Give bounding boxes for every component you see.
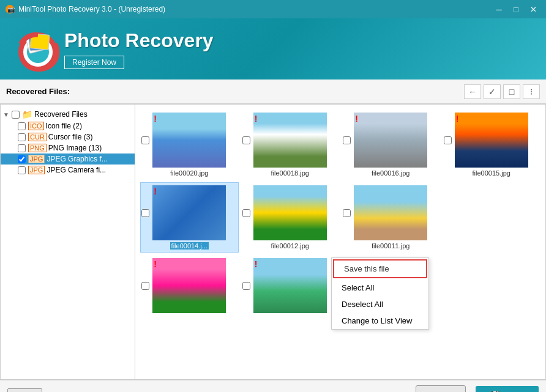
folder-icon: 📁 [22,109,32,119]
thumb-wrapper-file00018: ! [253,113,327,168]
title-bar-text: MiniTool Photo Recovery 3.0 - (Unregiste… [18,5,491,13]
warning-icon-file00020: ! [154,114,157,124]
back-button[interactable]: ← Back [416,385,466,392]
thumb-checkbox-file00016[interactable] [343,136,351,144]
thumb-wrapper-file00010: ! [152,258,226,313]
svg-text:📷: 📷 [7,6,15,13]
close-button[interactable]: ✕ [525,3,541,15]
warning-icon-file00014: ! [154,187,157,196]
thumb-checkbox-file00010[interactable] [141,282,149,290]
thumb-wrapper-file00020: ! [152,113,226,168]
thumb-label-file00020: file00020.jpg [170,169,208,177]
app-header: Photo Recovery Register Now [0,18,546,80]
expand-arrow-icon: ▼ [3,111,12,118]
view-square-button[interactable]: □ [503,84,520,99]
thumb-img-file00018 [253,113,327,168]
tree-item-label-icon: Icon file (2) [46,122,82,130]
tree-checkbox-root[interactable] [12,111,20,119]
thumb-checkbox-file00011[interactable] [343,209,351,217]
tree-checkbox-jpeg-camera[interactable] [18,166,26,174]
thumb-label-file00018: file00018.jpg [271,169,309,177]
warning-icon-file00016: ! [355,114,358,124]
thumbnail-item-file00015[interactable]: ! file00015.jpg [443,109,541,180]
thumb-label-file00016: file00016.jpg [372,169,410,177]
tree-item-label-cursor: Cursor file (3) [48,133,93,141]
footer-right: Selected 0 B in 0 files. ← Back 💾 Save [333,385,539,392]
window-controls: ─ □ ✕ [491,3,541,15]
tree-item-jpeg-graphics[interactable]: JPG JPEG Graphics f... [1,153,135,165]
thumbnail-content-area[interactable]: ! file00020.jpg ! file00018.jpg [135,105,545,379]
tree-item-jpeg-camera[interactable]: JPG JPEG Camera fi... [1,165,135,176]
thumbnail-item-file00011[interactable]: file00011.jpg [342,182,440,253]
warning-icon-file00010: ! [154,259,157,269]
thumb-img-file00016 [354,113,427,168]
thumbnail-item-file00018[interactable]: ! file00018.jpg [241,109,340,180]
png-icon: PNG [28,144,47,152]
thumb-checkbox-file00014[interactable] [141,209,149,217]
thumb-checkbox-file00009[interactable] [242,282,250,290]
thumbnail-item-file00010[interactable]: ! [140,255,239,318]
save-button[interactable]: 💾 Save [476,386,539,393]
warning-icon-file00009: ! [255,259,258,269]
context-menu: Save this file Select All Deselect All C… [331,257,429,330]
jpeg-camera-icon: JPG [28,166,45,174]
context-menu-save-file[interactable]: Save this file [333,259,427,278]
context-menu-select-all[interactable]: Select All [332,279,428,296]
thumb-wrapper-file00016: ! [354,113,427,168]
thumb-wrapper-file00012 [253,185,327,240]
title-bar: 📷 MiniTool Photo Recovery 3.0 - (Unregis… [0,0,546,18]
thumb-img-file00020 [152,113,226,168]
tree-item-recovered-root[interactable]: ▼ 📁 Recovered Files [1,108,135,120]
tree-checkbox-png[interactable] [18,144,26,152]
thumb-wrapper-file00009: ! [253,258,327,313]
tree-item-png[interactable]: PNG PNG Image (13) [1,142,135,153]
tree-checkbox-jpeg-graphics[interactable] [18,155,26,163]
main-content: ▼ 📁 Recovered Files ICO Icon file (2) CU… [0,104,546,380]
main-toolbar: Recovered Files: ← ✓ □ ⁝ [0,80,546,104]
tree-item-icon-file[interactable]: ICO Icon file (2) [1,120,135,131]
thumb-checkbox-file00012[interactable] [242,209,250,217]
check-button[interactable]: ✓ [484,84,501,99]
thumb-img-file00009 [253,258,327,313]
thumb-label-file00012: file00012.jpg [271,242,309,250]
thumb-img-file00011 [354,185,427,240]
thumb-img-file00015 [455,113,528,168]
maximize-button[interactable]: □ [508,3,524,15]
tree-item-cursor-file[interactable]: CUR Cursor file (3) [1,131,135,142]
thumbnail-item-file00020[interactable]: ! file00020.jpg [140,109,239,180]
minimize-button[interactable]: ─ [491,3,507,15]
thumb-checkbox-file00020[interactable] [141,136,149,144]
tree-checkbox-cursor[interactable] [18,133,26,141]
back-nav-button[interactable]: ← [464,84,481,99]
register-button[interactable]: Register Now [64,56,124,69]
tree-item-label-root: Recovered Files [34,110,88,119]
thumb-wrapper-file00014: ! [152,185,226,240]
thumb-img-file00014 [152,185,226,240]
toolbar-actions: ← ✓ □ ⁝ [464,84,540,99]
app-title: Photo Recovery [64,29,214,52]
header-text-block: Photo Recovery Register Now [64,29,214,69]
tree-checkbox-icon[interactable] [18,122,26,130]
app-footer: Filter Total 20.83 MB in 39 files. Selec… [0,380,546,392]
thumbnail-item-file00012[interactable]: file00012.jpg [241,182,340,253]
thumbnail-item-file00014[interactable]: ! file00014.j... [140,182,239,253]
grid-view-button[interactable]: ⁝ [523,84,540,99]
filter-button[interactable]: Filter [7,388,42,393]
thumb-label-file00015: file00015.jpg [473,169,510,177]
thumbnail-item-file00009[interactable]: ! [241,255,340,318]
tree-item-label-png: PNG Image (13) [48,144,102,152]
thumb-img-file00012 [253,185,327,240]
footer-left: Filter Total 20.83 MB in 39 files. [7,388,133,393]
cursor-file-icon: CUR [28,133,47,141]
thumbnail-item-file00016[interactable]: ! file00016.jpg [342,109,440,180]
thumb-label-file00011: file00011.jpg [372,242,410,250]
thumb-checkbox-file00015[interactable] [444,136,452,144]
tree-item-label-jpeg-graphics: JPEG Graphics f... [47,155,107,163]
context-menu-deselect-all[interactable]: Deselect All [332,296,428,312]
app-logo [12,24,64,73]
thumb-checkbox-file00018[interactable] [242,136,250,144]
toolbar-title: Recovered Files: [6,87,70,96]
context-menu-list-view[interactable]: Change to List View [332,312,428,329]
tree-item-label-jpeg-camera: JPEG Camera fi... [47,166,106,174]
thumb-img-file00010 [152,258,226,313]
